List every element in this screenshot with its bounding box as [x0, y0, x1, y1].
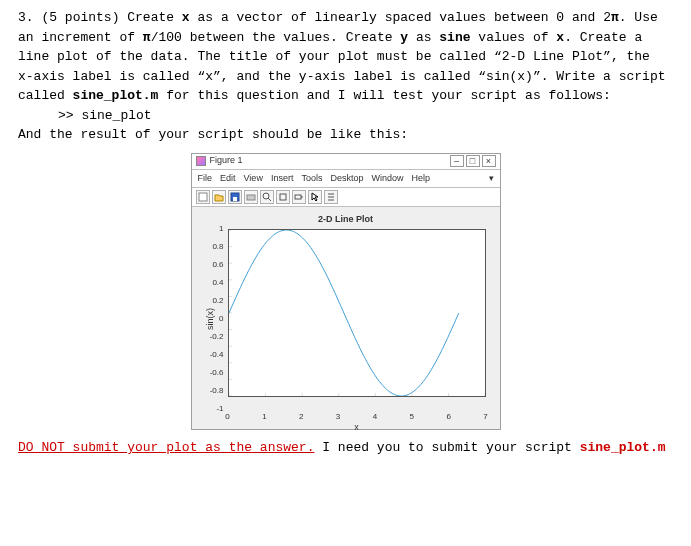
svg-rect-3 — [247, 195, 255, 200]
q-points: (5 points) — [41, 10, 119, 25]
menu-file[interactable]: File — [198, 172, 213, 186]
xtick: 7 — [483, 409, 487, 423]
xtick: 6 — [446, 409, 450, 423]
sine-curve — [229, 230, 485, 396]
menu-edit[interactable]: Edit — [220, 172, 236, 186]
ytick: 0.2 — [212, 295, 227, 307]
x-axis-label: x — [354, 421, 359, 435]
figure-wrapper: Figure 1 – □ × File Edit View Insert Too… — [18, 153, 673, 431]
ytick: -0.4 — [210, 349, 228, 361]
ytick: -0.2 — [210, 331, 228, 343]
ytick: 0 — [219, 313, 227, 325]
tool-new-icon[interactable] — [196, 190, 210, 204]
svg-line-5 — [268, 198, 271, 201]
script-name: sine_plot.m — [580, 440, 666, 455]
xtick: 5 — [410, 409, 414, 423]
chart-title: 2-D Line Plot — [196, 213, 496, 227]
result-intro: And the result of your script should be … — [18, 125, 673, 145]
tool-insert-icon[interactable] — [324, 190, 338, 204]
ytick: 0.6 — [212, 259, 227, 271]
plot-area: 2-D Line Plot sin(x) 1 0.8 0.6 0.4 0 — [192, 207, 500, 429]
xtick: 2 — [299, 409, 303, 423]
axes-box — [228, 229, 486, 397]
menu-window[interactable]: Window — [371, 172, 403, 186]
tool-open-icon[interactable] — [212, 190, 226, 204]
svg-rect-6 — [280, 194, 286, 200]
menu-bar: File Edit View Insert Tools Desktop Wind… — [192, 170, 500, 189]
script-name: sine_plot.m — [73, 88, 159, 103]
pi-symbol: π — [611, 10, 619, 25]
pi-symbol: π — [143, 30, 151, 45]
menu-tools[interactable]: Tools — [301, 172, 322, 186]
y-axis-label: sin(x) — [204, 308, 218, 330]
sine-word: sine — [439, 30, 470, 45]
footer-warning: DO NOT submit your plot as the answer. I… — [18, 438, 673, 458]
tool-rotate-icon[interactable] — [276, 190, 290, 204]
ytick: -0.8 — [210, 385, 228, 397]
matlab-figure-window: Figure 1 – □ × File Edit View Insert Too… — [191, 153, 501, 431]
close-button[interactable]: × — [482, 155, 496, 167]
tool-datacursor-icon[interactable] — [292, 190, 306, 204]
svg-rect-2 — [233, 197, 237, 201]
menu-desktop[interactable]: Desktop — [330, 172, 363, 186]
ytick: 0.8 — [212, 241, 227, 253]
tool-zoom-icon[interactable] — [260, 190, 274, 204]
xtick: 1 — [262, 409, 266, 423]
xtick: 0 — [225, 409, 229, 423]
menu-chevron-icon[interactable]: ▾ — [489, 172, 494, 186]
var-y: y — [400, 30, 408, 45]
var-x: x — [182, 10, 190, 25]
svg-rect-7 — [295, 195, 301, 199]
menu-insert[interactable]: Insert — [271, 172, 294, 186]
var-x: x — [556, 30, 564, 45]
question-text: 3. (5 points) Create x as a vector of li… — [18, 8, 673, 145]
tool-print-icon[interactable] — [244, 190, 258, 204]
menu-view[interactable]: View — [244, 172, 263, 186]
ytick: -0.6 — [210, 367, 228, 379]
axes: sin(x) 1 0.8 0.6 0.4 0.2 0 -0.2 — [228, 229, 486, 409]
toolbar — [192, 188, 500, 207]
tool-save-icon[interactable] — [228, 190, 242, 204]
tool-pointer-icon[interactable] — [308, 190, 322, 204]
ytick: 1 — [219, 223, 227, 235]
xtick: 4 — [373, 409, 377, 423]
ytick: 0.4 — [212, 277, 227, 289]
xtick: 3 — [336, 409, 340, 423]
maximize-button[interactable]: □ — [466, 155, 480, 167]
window-title: Figure 1 — [210, 154, 243, 168]
q-number: 3. — [18, 10, 34, 25]
svg-rect-0 — [199, 193, 207, 201]
window-titlebar: Figure 1 – □ × — [192, 154, 500, 170]
figure-icon — [196, 156, 206, 166]
command-prompt: >> sine_plot — [58, 106, 673, 126]
minimize-button[interactable]: – — [450, 155, 464, 167]
warn-text: DO NOT submit your plot as the answer. — [18, 440, 314, 455]
menu-help[interactable]: Help — [411, 172, 430, 186]
